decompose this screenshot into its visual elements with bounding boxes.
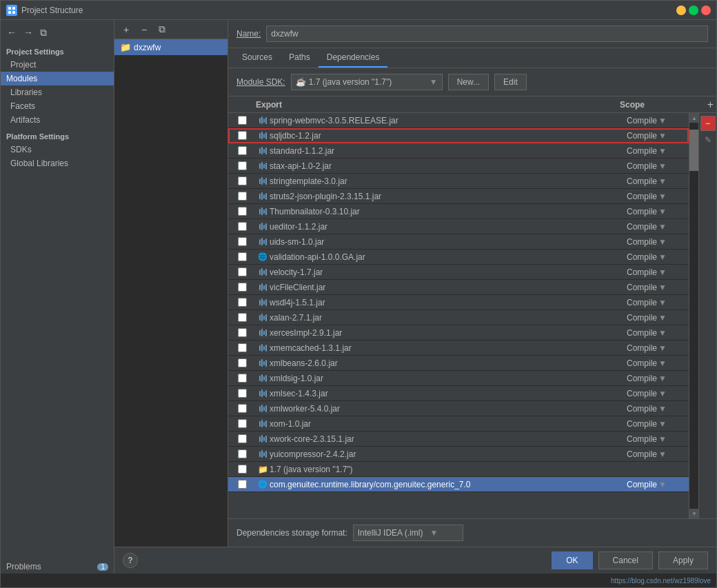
- dep-scope[interactable]: Compile▼: [627, 480, 682, 489]
- table-row[interactable]: stax-api-1.0-2.jarCompile▼: [228, 159, 689, 174]
- dep-scope[interactable]: Compile▼: [627, 449, 682, 459]
- table-row[interactable]: xmldsig-1.0.jarCompile▼: [228, 371, 689, 386]
- sidebar-item-sdks[interactable]: SDKs: [1, 143, 114, 156]
- storage-select[interactable]: IntelliJ IDEA (.iml) ▼: [353, 525, 463, 541]
- dep-checkbox[interactable]: [228, 480, 256, 489]
- dep-scope[interactable]: Compile▼: [627, 252, 682, 262]
- dep-checkbox[interactable]: [228, 343, 256, 352]
- dep-scope[interactable]: Compile▼: [627, 404, 682, 414]
- cancel-button[interactable]: Cancel: [598, 551, 653, 569]
- dep-checkbox[interactable]: [228, 267, 256, 276]
- remove-side-button[interactable]: −: [700, 116, 716, 131]
- ok-button[interactable]: OK: [552, 551, 592, 569]
- close-button[interactable]: [701, 6, 711, 15]
- dep-checkbox[interactable]: [228, 192, 256, 201]
- sidebar-item-modules[interactable]: Modules: [1, 72, 114, 85]
- table-row[interactable]: stringtemplate-3.0.jarCompile▼: [228, 174, 689, 189]
- dep-checkbox[interactable]: [228, 252, 256, 261]
- scope-arrow-icon[interactable]: ▼: [658, 237, 667, 247]
- table-row[interactable]: standard-1.1.2.jarCompile▼: [228, 143, 689, 159]
- dep-checkbox[interactable]: [228, 176, 256, 185]
- dep-scope[interactable]: Compile▼: [627, 298, 682, 307]
- sidebar-item-libraries[interactable]: Libraries: [1, 85, 114, 99]
- scope-arrow-icon[interactable]: ▼: [658, 252, 667, 262]
- dep-scope[interactable]: Compile▼: [627, 237, 682, 247]
- dep-scope[interactable]: Compile▼: [627, 328, 682, 338]
- dep-scope[interactable]: Compile▼: [627, 222, 682, 232]
- scroll-up-button[interactable]: ▲: [689, 113, 699, 123]
- table-row[interactable]: ueditor-1.1.2.jarCompile▼: [228, 219, 689, 234]
- copy-button[interactable]: ⧉: [38, 26, 49, 39]
- dep-checkbox[interactable]: [228, 374, 256, 383]
- scope-arrow-icon[interactable]: ▼: [658, 343, 667, 353]
- scope-arrow-icon[interactable]: ▼: [658, 434, 667, 444]
- dep-checkbox[interactable]: [228, 222, 256, 231]
- add-module-button[interactable]: +: [119, 22, 134, 37]
- table-row[interactable]: 🌐validation-api-1.0.0.GA.jarCompile▼: [228, 250, 689, 265]
- maximize-button[interactable]: [689, 6, 698, 15]
- dep-checkbox[interactable]: [228, 358, 256, 367]
- dep-checkbox[interactable]: [228, 237, 256, 246]
- scope-arrow-icon[interactable]: ▼: [658, 116, 667, 125]
- scope-arrow-icon[interactable]: ▼: [658, 207, 667, 216]
- dep-checkbox[interactable]: [228, 161, 256, 170]
- table-row[interactable]: 📁1.7 (java version "1.7"): [228, 462, 689, 477]
- sidebar-item-artifacts[interactable]: Artifacts: [1, 113, 114, 127]
- dep-checkbox[interactable]: [228, 131, 256, 140]
- minimize-button[interactable]: [676, 6, 686, 15]
- dep-checkbox[interactable]: [228, 404, 256, 413]
- edit-side-button[interactable]: ✎: [700, 132, 716, 148]
- remove-module-button[interactable]: −: [137, 22, 152, 37]
- dep-checkbox[interactable]: [228, 434, 256, 443]
- table-row[interactable]: 🌐com.genuitec.runtime.library/com.genuit…: [228, 477, 689, 492]
- dep-scope[interactable]: Compile▼: [627, 267, 682, 277]
- scope-arrow-icon[interactable]: ▼: [658, 449, 667, 459]
- tab-paths[interactable]: Paths: [281, 48, 319, 68]
- dep-scope[interactable]: Compile▼: [627, 434, 682, 444]
- scope-arrow-icon[interactable]: ▼: [658, 374, 667, 383]
- dep-scope[interactable]: Compile▼: [627, 374, 682, 383]
- table-row[interactable]: uids-sm-1.0.jarCompile▼: [228, 234, 689, 250]
- dep-scope[interactable]: Compile▼: [627, 313, 682, 323]
- dep-checkbox[interactable]: [228, 283, 256, 292]
- dep-checkbox[interactable]: [228, 465, 256, 474]
- module-list-item-dxzwfw[interactable]: 📁 dxzwfw: [114, 39, 228, 55]
- sidebar-item-project[interactable]: Project: [1, 58, 114, 72]
- dep-checkbox[interactable]: [228, 449, 256, 458]
- scroll-down-button[interactable]: ▼: [689, 509, 699, 518]
- table-row[interactable]: xmemcached-1.3.1.jarCompile▼: [228, 341, 689, 356]
- table-row[interactable]: wsdl4j-1.5.1.jarCompile▼: [228, 295, 689, 310]
- dep-scope[interactable]: Compile▼: [627, 207, 682, 216]
- scope-arrow-icon[interactable]: ▼: [658, 480, 667, 489]
- dep-checkbox[interactable]: [228, 207, 256, 216]
- add-dep-button[interactable]: +: [705, 99, 716, 111]
- dep-checkbox[interactable]: [228, 419, 256, 428]
- scope-arrow-icon[interactable]: ▼: [658, 298, 667, 307]
- scope-arrow-icon[interactable]: ▼: [658, 146, 667, 156]
- table-row[interactable]: xmlbeans-2.6.0.jarCompile▼: [228, 356, 689, 371]
- dep-scope[interactable]: Compile▼: [627, 116, 682, 125]
- dep-scope[interactable]: Compile▼: [627, 161, 682, 171]
- copy-module-button[interactable]: ⧉: [154, 22, 170, 37]
- scope-arrow-icon[interactable]: ▼: [658, 389, 667, 398]
- table-row[interactable]: vicFileClient.jarCompile▼: [228, 280, 689, 295]
- table-row[interactable]: xwork-core-2.3.15.1.jarCompile▼: [228, 432, 689, 447]
- scope-arrow-icon[interactable]: ▼: [658, 358, 667, 368]
- sdk-new-button[interactable]: New...: [448, 74, 489, 90]
- help-button[interactable]: ?: [123, 553, 138, 568]
- dep-scope[interactable]: Compile▼: [627, 131, 682, 141]
- sidebar-item-global-libraries[interactable]: Global Libraries: [1, 156, 114, 170]
- back-button[interactable]: ←: [5, 26, 19, 39]
- dep-checkbox[interactable]: [228, 298, 256, 307]
- scope-arrow-icon[interactable]: ▼: [658, 192, 667, 201]
- tab-dependencies[interactable]: Dependencies: [319, 48, 388, 68]
- table-row[interactable]: xercesImpl-2.9.1.jarCompile▼: [228, 325, 689, 341]
- scope-arrow-icon[interactable]: ▼: [658, 404, 667, 414]
- table-row[interactable]: xom-1.0.jarCompile▼: [228, 416, 689, 432]
- dep-scope[interactable]: Compile▼: [627, 343, 682, 353]
- table-row[interactable]: struts2-json-plugin-2.3.15.1.jarCompile▼: [228, 189, 689, 204]
- dep-checkbox[interactable]: [228, 313, 256, 322]
- sidebar-item-problems[interactable]: Problems 1: [1, 560, 114, 574]
- scope-arrow-icon[interactable]: ▼: [658, 222, 667, 232]
- dep-scope[interactable]: Compile▼: [627, 192, 682, 201]
